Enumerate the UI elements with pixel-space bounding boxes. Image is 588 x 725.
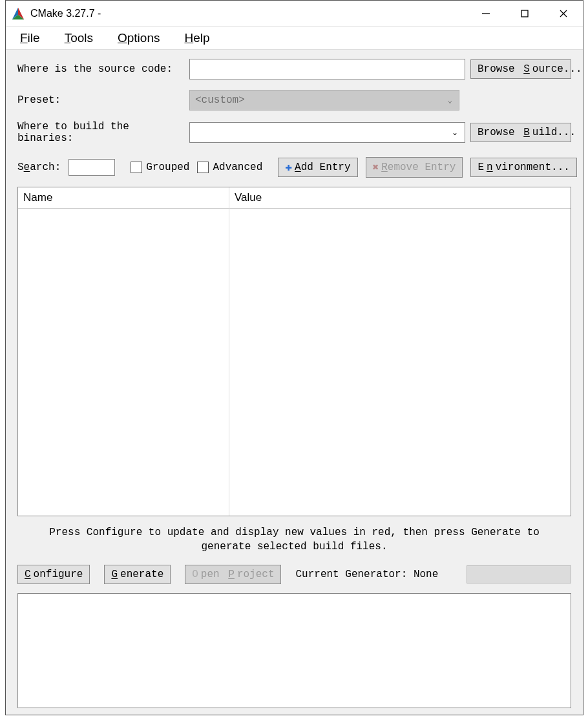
col-value-header[interactable]: Value bbox=[229, 187, 571, 209]
chevron-down-icon[interactable]: ⌄ bbox=[452, 128, 458, 137]
grouped-checkbox[interactable]: Grouped bbox=[131, 162, 189, 173]
window-controls bbox=[467, 1, 583, 26]
output-area[interactable] bbox=[17, 593, 571, 708]
search-label: Search: bbox=[17, 162, 61, 173]
menu-help[interactable]: Help bbox=[184, 31, 209, 45]
bottom-row: Configure Generate Open Project Current … bbox=[17, 565, 571, 584]
menu-file[interactable]: File bbox=[20, 31, 40, 45]
plus-icon: ✚ bbox=[285, 162, 292, 173]
preset-label: Preset: bbox=[17, 94, 184, 106]
preset-row: Preset: <custom> ⌄ bbox=[17, 90, 571, 110]
cmake-logo-icon bbox=[11, 6, 25, 21]
menu-bar: File Tools Options Help bbox=[6, 26, 583, 50]
table-col-value: Value bbox=[229, 187, 571, 516]
window-title: CMake 3.27.7 - bbox=[30, 8, 101, 19]
preset-value: <custom> bbox=[195, 94, 245, 106]
checkbox-box-icon bbox=[131, 162, 142, 173]
chevron-down-icon: ⌄ bbox=[448, 96, 452, 105]
maximize-button[interactable] bbox=[505, 1, 544, 26]
minimize-button[interactable] bbox=[467, 1, 505, 26]
search-input[interactable] bbox=[68, 159, 115, 176]
build-label: Where to build the binaries: bbox=[17, 121, 184, 144]
build-combo[interactable]: ⌄ bbox=[189, 122, 465, 143]
preset-combo: <custom> ⌄ bbox=[189, 90, 459, 110]
close-button[interactable] bbox=[544, 1, 583, 26]
configure-button[interactable]: Configure bbox=[17, 565, 90, 584]
source-label: Where is the source code: bbox=[17, 63, 184, 75]
menu-options[interactable]: Options bbox=[118, 31, 160, 45]
open-project-button: Open Project bbox=[185, 565, 281, 584]
build-row: Where to build the binaries: ⌄ Browse Bu… bbox=[17, 121, 571, 144]
add-entry-button[interactable]: ✚ Add Entry bbox=[278, 158, 357, 177]
x-icon: ✖ bbox=[373, 161, 379, 174]
generate-button[interactable]: Generate bbox=[104, 565, 171, 584]
client-area: Where is the source code: Browse Source.… bbox=[6, 50, 583, 715]
table-col-name: Name bbox=[18, 187, 229, 516]
source-input[interactable] bbox=[189, 59, 465, 79]
title-bar: CMake 3.27.7 - bbox=[6, 1, 583, 26]
advanced-label: Advanced bbox=[213, 162, 262, 173]
environment-button[interactable]: Environment... bbox=[470, 158, 576, 177]
cache-table[interactable]: Name Value bbox=[17, 187, 571, 516]
cmake-window: CMake 3.27.7 - File Tools Options Help W… bbox=[5, 0, 583, 715]
svg-rect-4 bbox=[521, 10, 528, 17]
hint-text: Press Configure to update and display ne… bbox=[38, 525, 551, 554]
browse-build-button[interactable]: Browse Build... bbox=[470, 123, 571, 142]
menu-tools[interactable]: Tools bbox=[65, 31, 93, 45]
status-label: Current Generator: None bbox=[295, 569, 438, 580]
toolbar-row: Search: Grouped Advanced ✚ Add Entry ✖ R… bbox=[17, 157, 571, 178]
col-name-header[interactable]: Name bbox=[18, 187, 229, 209]
checkbox-box-icon bbox=[197, 162, 209, 173]
source-row: Where is the source code: Browse Source.… bbox=[17, 59, 571, 79]
remove-entry-button: ✖ Remove Entry bbox=[366, 157, 463, 178]
grouped-label: Grouped bbox=[146, 162, 189, 173]
advanced-checkbox[interactable]: Advanced bbox=[197, 162, 262, 173]
browse-source-button[interactable]: Browse Source... bbox=[470, 59, 571, 79]
progress-bar bbox=[467, 565, 571, 583]
